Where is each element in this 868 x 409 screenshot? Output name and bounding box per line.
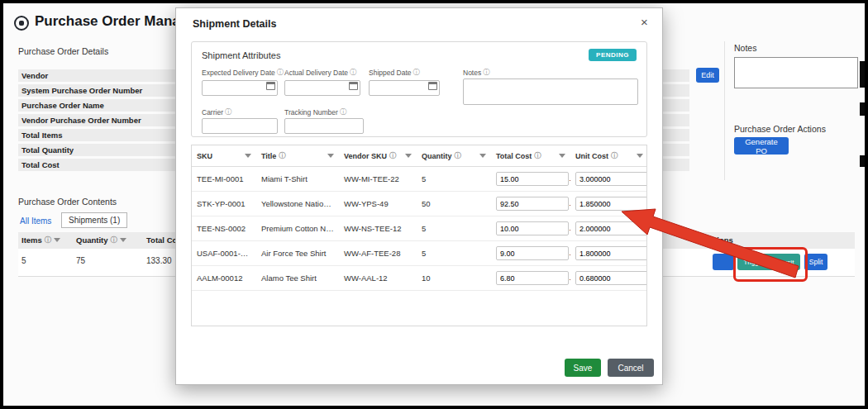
total-cost-input[interactable] [496, 221, 569, 235]
total-cost-input[interactable] [496, 271, 569, 285]
filter-icon[interactable] [637, 154, 643, 158]
carrier-label: Carrierⓘ [202, 108, 231, 117]
cell-total-cost [491, 271, 570, 285]
filter-icon[interactable] [559, 154, 565, 158]
unit-cost-input[interactable] [575, 246, 647, 260]
calendar-icon[interactable] [266, 82, 275, 90]
trigger-in-transit-button[interactable]: Trigger In-Transit [737, 254, 800, 270]
contents-heading: Purchase Order Contents [18, 197, 117, 207]
info-icon: ⓘ [611, 153, 618, 159]
info-icon: ⓘ [279, 153, 285, 159]
cell-sku: TEE-NS-0002 [192, 224, 256, 233]
col-header-items[interactable]: Items ⓘ [21, 235, 60, 245]
info-icon: ⓘ [225, 109, 231, 116]
header-unit-cost[interactable]: Unit Costⓘ [570, 145, 647, 166]
unit-cost-input[interactable] [575, 197, 647, 211]
carrier-input[interactable] [202, 118, 278, 134]
close-icon[interactable]: × [641, 15, 648, 29]
col-header-actions: Actions [704, 235, 733, 245]
cell-unit-cost [570, 197, 647, 211]
cell-vendor-sku: WW-NS-TEE-12 [339, 224, 417, 233]
action-button-partial[interactable] [713, 254, 734, 270]
attributes-heading: Shipment Attributes [202, 50, 280, 60]
tracking-number-input[interactable] [284, 118, 364, 134]
unit-cost-input[interactable] [575, 271, 647, 285]
col-header-quantity[interactable]: Quantity ⓘ [76, 235, 126, 245]
filter-icon[interactable] [327, 154, 334, 158]
header-quantity[interactable]: Quantityⓘ [417, 145, 491, 166]
info-icon: ⓘ [340, 109, 346, 116]
header-title[interactable]: Titleⓘ [256, 145, 339, 166]
expected-delivery-label: Expected Delivery Dateⓘ [202, 69, 284, 77]
actual-delivery-field [284, 78, 360, 94]
cell-total-cost [491, 197, 570, 211]
info-icon: ⓘ [534, 153, 541, 159]
cell-quantity: 5 [417, 224, 491, 233]
shipment-item-row: AALM-00012 Alamo Tee Shirt WW-AAL-12 10 [192, 266, 646, 291]
cell-title: Air Force Tee Shirt [256, 249, 339, 258]
cell-title: Yellowstone National... [256, 199, 339, 208]
po-actions-heading: Purchase Order Actions [734, 124, 826, 134]
cell-vendor-sku: WW-MI-TEE-22 [339, 174, 417, 183]
split-button[interactable]: Split [804, 254, 827, 270]
cell-quantity: 5 [417, 249, 491, 258]
tab-shipments[interactable]: Shipments (1) [61, 212, 127, 228]
cell-total-cost [491, 172, 570, 186]
info-icon: ⓘ [277, 69, 284, 76]
total-cost-input[interactable] [496, 246, 569, 260]
expected-delivery-field [202, 78, 278, 94]
total-cost-input[interactable] [496, 197, 569, 211]
filter-icon[interactable] [245, 154, 251, 158]
filter-icon[interactable] [120, 238, 126, 242]
filter-icon[interactable] [405, 154, 412, 158]
col-actions-label: Actions [704, 235, 733, 245]
details-heading: Purchase Order Details [18, 46, 108, 56]
cell-items: 5 [21, 256, 26, 265]
shipped-date-label: Shipped Dateⓘ [369, 69, 420, 77]
cell-total-cost [491, 221, 570, 235]
notes-textarea[interactable] [734, 57, 858, 88]
shipment-table-header: SKU Titleⓘ Vendor SKUⓘ Quantityⓘ Total C… [192, 145, 646, 167]
cell-unit-cost [570, 246, 647, 260]
total-cost-input[interactable] [496, 172, 569, 186]
header-sku[interactable]: SKU [192, 145, 256, 166]
header-vendor-sku[interactable]: Vendor SKUⓘ [339, 145, 417, 166]
header-total-cost[interactable]: Total Costⓘ [491, 145, 570, 166]
unit-cost-input[interactable] [575, 172, 647, 186]
info-icon: ⓘ [45, 237, 51, 244]
cell-title: Alamo Tee Shirt [256, 273, 339, 283]
shipment-item-row: STK-YP-0001 Yellowstone National... WW-Y… [192, 192, 646, 216]
edit-button[interactable]: Edit [696, 68, 719, 83]
cell-quantity: 75 [76, 256, 85, 265]
cell-title: Premium Cotton NA... [256, 224, 339, 233]
cell-vendor-sku: WW-AAL-12 [339, 273, 417, 283]
cell-quantity: 10 [417, 273, 491, 283]
generate-po-button[interactable]: Generate PO [734, 137, 789, 155]
cell-vendor-sku: WW-AF-TEE-28 [339, 249, 417, 258]
shipment-notes-textarea[interactable] [463, 78, 638, 105]
info-icon: ⓘ [455, 153, 461, 159]
cell-total-cost: 133.30 [146, 256, 172, 265]
screen: Purchase Order Management Purchase Order… [0, 0, 868, 409]
cell-vendor-sku: WW-YPS-49 [339, 199, 417, 208]
notes-heading: Notes [734, 43, 756, 53]
unit-cost-input[interactable] [575, 221, 647, 235]
shipment-details-modal: Shipment Details × Shipment Attributes P… [175, 7, 663, 385]
calendar-icon[interactable] [428, 82, 437, 90]
save-button[interactable]: Save [565, 359, 601, 377]
cell-unit-cost [570, 271, 647, 285]
shipment-attributes-panel: Shipment Attributes PENDING Expected Del… [191, 41, 647, 137]
logo-glyph [19, 21, 24, 26]
edge-artifact [860, 102, 866, 116]
cell-quantity: 50 [417, 199, 491, 208]
cell-sku: STK-YP-0001 [192, 199, 256, 208]
modal-title: Shipment Details [193, 18, 276, 30]
cell-sku: AALM-00012 [192, 273, 256, 283]
calendar-icon[interactable] [349, 82, 358, 90]
cancel-button[interactable]: Cancel [608, 359, 654, 377]
tab-all-items[interactable]: All Items [20, 216, 51, 226]
col-items-label: Items [21, 235, 42, 245]
filter-icon[interactable] [54, 238, 60, 242]
notes-label: Notesⓘ [463, 69, 489, 77]
filter-icon[interactable] [479, 154, 486, 158]
